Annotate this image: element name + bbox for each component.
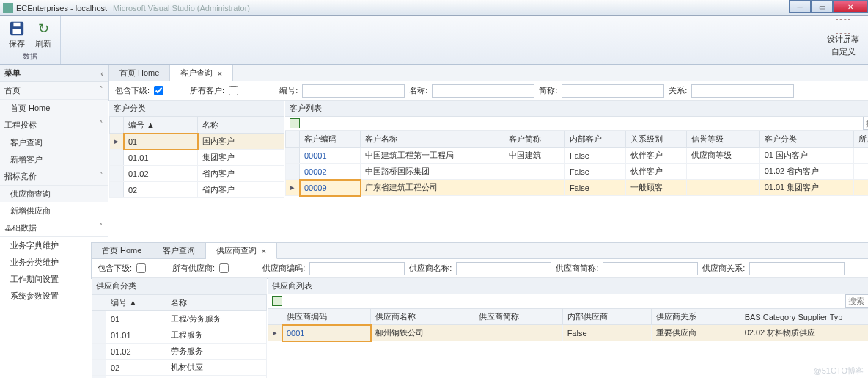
- tab-customer-query[interactable]: 客户查询: [152, 243, 206, 258]
- tab-home[interactable]: 首页 Home: [109, 65, 170, 81]
- customer-grid[interactable]: 客户编码客户名称客户简称内部客户关系级别信誉等级客户分类所属行业机构简介 000…: [285, 131, 868, 196]
- category-header: 客户分类: [109, 101, 284, 117]
- table-row[interactable]: 01.01集团客户: [110, 150, 284, 166]
- include-children-checkbox[interactable]: [136, 263, 146, 273]
- supplier-name-input[interactable]: [456, 262, 551, 275]
- refresh-icon: ↻: [34, 19, 53, 38]
- table-row[interactable]: 01工程/劳务服务: [92, 311, 267, 327]
- category-header: 供应商分类: [92, 278, 267, 294]
- filter-row: 包含下级: 所有客户: 编号: 名称: 简称: 关系:: [109, 81, 868, 101]
- name-input[interactable]: [432, 84, 534, 98]
- all-customers-checkbox[interactable]: [229, 86, 238, 95]
- titlebar: ECEnterprises - localhost Microsoft Visu…: [0, 0, 868, 16]
- list-header: 供应商列表: [268, 278, 868, 294]
- table-row[interactable]: 02机材供应: [92, 360, 267, 376]
- ribbon: 保存 ↻ 刷新 数据 设计屏幕 自定义: [0, 16, 868, 65]
- refresh-button[interactable]: ↻ 刷新: [31, 18, 56, 51]
- save-button[interactable]: 保存: [4, 18, 29, 51]
- relation-input[interactable]: [691, 84, 794, 98]
- supplier-code-input[interactable]: [309, 262, 405, 275]
- menu-header: 菜单: [4, 68, 21, 79]
- customer-pane: 首页 Home 客户查询× 包含下级: 所有客户: 编号: 名称: 简称: 关系…: [108, 65, 868, 101]
- menu-group[interactable]: 首页˄: [0, 82, 108, 100]
- search-input[interactable]: [863, 117, 868, 130]
- sidebar-menu: 菜单‹ 首页˄ 首页 Home 工程投标˄ 客户查询 新增客户 招标竞价˄ 供应…: [0, 65, 108, 202]
- supplier-relation-input[interactable]: [749, 262, 845, 275]
- ribbon-group-label: 数据: [23, 51, 37, 62]
- app-title: ECEnterprises - localhost: [16, 4, 107, 12]
- maximize-button[interactable]: ▭: [811, 0, 833, 13]
- tab-supplier-query[interactable]: 供应商查询×: [206, 243, 276, 259]
- menu-item-home[interactable]: 首页 Home: [0, 100, 108, 117]
- table-row[interactable]: 01.02省内客户: [110, 166, 284, 182]
- supplier-category-grid[interactable]: 编号 ▲名称 01工程/劳务服务 01.01工程服务 01.02劳务服务 02机…: [92, 294, 267, 378]
- supplier-pane: 首页 Home 客户查询 供应商查询× 包含下级: 所有供应商: 供应商编码: …: [91, 242, 868, 279]
- table-row[interactable]: ▸0001柳州钢铁公司False重要供应商02.02 材料物质供应: [268, 325, 869, 341]
- table-row[interactable]: 02省内客户: [110, 182, 284, 198]
- svg-rect-2: [13, 29, 21, 34]
- menu-item[interactable]: 供应商查询: [0, 186, 108, 203]
- close-icon[interactable]: ×: [217, 69, 221, 78]
- include-children-checkbox[interactable]: [154, 86, 163, 95]
- export-excel-icon[interactable]: [272, 296, 282, 306]
- svg-rect-1: [13, 23, 20, 27]
- table-row[interactable]: 01.02劳务服务: [92, 344, 267, 360]
- table-row[interactable]: ▸01国内客户: [110, 134, 284, 150]
- close-icon[interactable]: ×: [261, 247, 265, 255]
- tab-customer-query[interactable]: 客户查询×: [170, 65, 232, 81]
- code-input[interactable]: [302, 84, 405, 98]
- design-screen-button[interactable]: 设计屏幕: [824, 18, 862, 46]
- close-button[interactable]: ✕: [833, 0, 868, 13]
- ghost-title: Microsoft Visual Studio (Administrator): [113, 4, 250, 12]
- category-grid[interactable]: 编号 ▲名称 ▸01国内客户 01.01集团客户 01.02省内客户 02省内客…: [109, 117, 284, 198]
- menu-item[interactable]: 新增供应商: [0, 203, 108, 219]
- table-row[interactable]: 01.01工程服务: [92, 327, 267, 344]
- supplier-short-input[interactable]: [603, 262, 698, 275]
- minimize-button[interactable]: ─: [789, 0, 811, 13]
- ribbon-group-label: 自定义: [831, 46, 856, 57]
- watermark: @51CTO博客: [814, 366, 864, 377]
- menu-item[interactable]: 客户查询: [0, 134, 108, 151]
- supplier-grid[interactable]: 供应商编码供应商名称供应商简称内部供应商供应商关系BAS Category Su…: [268, 308, 868, 341]
- list-header: 客户列表: [285, 101, 868, 117]
- table-row[interactable]: 00001中国建筑工程第一工程局中国建筑False伙伴客户供应商等级01 国内客…: [286, 148, 869, 164]
- table-row[interactable]: 00002中国路桥国际集团False伙伴客户01.02 省内客户: [286, 164, 869, 180]
- short-input[interactable]: [562, 84, 664, 98]
- app-icon: [3, 3, 13, 13]
- export-excel-icon[interactable]: [290, 118, 300, 128]
- menu-group[interactable]: 工程投标˄: [0, 117, 108, 134]
- design-icon: [836, 19, 850, 34]
- all-suppliers-checkbox[interactable]: [219, 263, 229, 273]
- menu-group[interactable]: 招标竞价˄: [0, 168, 108, 186]
- tab-home[interactable]: 首页 Home: [92, 243, 152, 258]
- menu-item[interactable]: 新增客户: [0, 151, 108, 168]
- menu-group[interactable]: 基础数据˄: [0, 219, 108, 237]
- search-input[interactable]: [845, 294, 868, 308]
- collapse-icon[interactable]: ‹: [100, 69, 103, 78]
- table-row[interactable]: ▸00009广东省建筑工程公司False一般顾客01.01 集团客户: [286, 180, 869, 196]
- table-row[interactable]: 02.01机械设备供应: [92, 376, 267, 379]
